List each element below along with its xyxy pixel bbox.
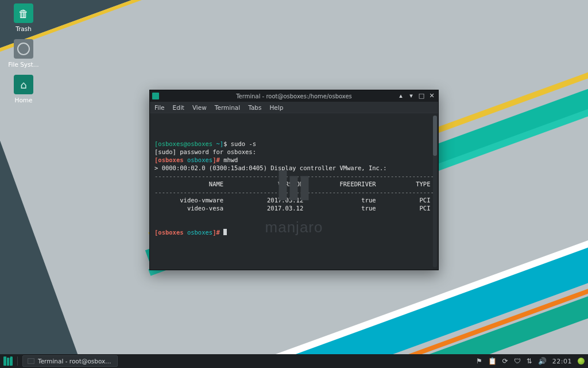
th-freedriver: FREEDRIVER [339,181,376,187]
desktop-icon-label: Home [6,97,41,103]
terminal-scrollbar[interactable] [433,116,437,267]
start-menu-button[interactable] [3,356,13,366]
th-name: NAME [209,181,223,187]
taskbar: Terminal - root@osboxes:... ⚑ 📋 ⟳ 🛡 ⇅ 🔊 … [0,354,588,368]
window-titlebar[interactable]: Terminal - root@osboxes:/home/osboxes ▴ … [150,90,438,102]
manjaro-logo-text: manjaro [265,223,323,231]
terminal-app-icon [152,93,159,99]
prompt-user: [osboxes@osboxes [154,140,212,147]
menu-view[interactable]: View [192,104,207,111]
taskbar-task-label: Terminal - root@osboxes:... [38,358,113,365]
desktop-icon-label: File Syst... [6,61,41,68]
desktop-icons: 🗑 Trash File Syst... ⌂ Home [6,3,46,110]
terminal-output-line: > 0000:00:02.0 (0300:15ad:0405) Display … [154,164,387,171]
prompt-symbol: $ [223,140,231,147]
table-header-row: NAME VERSION FREEDRIVER TYPE [154,181,431,187]
table-divider: ----------------------------------------… [154,172,438,179]
prompt-path: ~] [212,140,223,147]
window-buttons: ▴ ▾ □ ✕ [397,92,436,100]
td-name: video-vmware [180,197,223,204]
terminal-viewport[interactable]: manjaro [osboxes@osboxes ~]$ sudo -s [su… [150,113,438,270]
window-maximize-button[interactable]: □ [417,92,425,100]
window-btn-up[interactable]: ▴ [397,92,405,100]
tray-volume-icon[interactable]: 🔊 [538,357,547,365]
td-version: 2017.03.12 [267,205,303,212]
desktop-icon-filesystem[interactable]: File Syst... [6,39,41,68]
desktop-icon-home[interactable]: ⌂ Home [6,75,41,103]
desktop-icon-label: Trash [6,25,41,32]
prompt-symbol: ]# [212,156,223,163]
menu-file[interactable]: File [154,104,165,111]
table-divider: ----------------------------------------… [154,189,438,195]
desktop-icon-trash[interactable]: 🗑 Trash [6,3,41,32]
td-version: 2017.03.12 [267,197,303,204]
tray-clipboard-icon[interactable]: 📋 [488,357,497,365]
tray-session-button[interactable] [578,358,585,365]
menu-edit[interactable]: Edit [173,104,184,111]
terminal-cursor [223,229,227,235]
prompt-host: osboxes [187,229,212,236]
tray-flag-icon[interactable]: ⚑ [476,357,482,365]
td-freedriver: true [361,205,376,212]
td-type: PCI [420,205,431,212]
home-icon: ⌂ [14,75,33,94]
th-version: VERSION [278,181,303,187]
taskbar-task-terminal[interactable]: Terminal - root@osboxes:... [22,355,118,367]
terminal-command: mhwd [223,156,238,163]
window-title: Terminal - root@osboxes:/home/osboxes [236,93,352,99]
separator [17,356,18,366]
table-row: video-vmware 2017.03.12 true PCI [154,197,430,204]
scrollbar-thumb[interactable] [433,116,437,156]
prompt-symbol: ]# [212,229,223,236]
menu-bar: File Edit View Terminal Tabs Help [150,102,438,113]
window-close-button[interactable]: ✕ [428,92,436,100]
prompt-host: osboxes [187,156,212,163]
terminal-command: sudo -s [231,140,256,147]
tray-network-icon[interactable]: ⇅ [527,357,532,365]
td-name: video-vesa [187,205,223,212]
menu-terminal[interactable]: Terminal [215,104,240,111]
trash-icon: 🗑 [14,3,33,23]
terminal-output-line: [sudo] password for osboxes: [154,148,256,155]
prompt-user-root: [osboxes [154,156,187,163]
window-btn-down[interactable]: ▾ [407,92,415,100]
menu-help[interactable]: Help [269,104,283,111]
system-tray: ⚑ 📋 ⟳ 🛡 ⇅ 🔊 22:01 [476,357,585,365]
disk-icon [14,39,33,59]
td-type: PCI [420,197,431,204]
tray-update-icon[interactable]: ⟳ [502,357,508,365]
prompt-user-root: [osboxes [154,229,187,236]
table-row: video-vesa 2017.03.12 true PCI [154,205,430,212]
window-thumbnail-icon [28,358,34,364]
menu-tabs[interactable]: Tabs [248,104,261,111]
td-freedriver: true [361,197,376,204]
tray-clock[interactable]: 22:01 [552,358,572,365]
terminal-window: Terminal - root@osboxes:/home/osboxes ▴ … [149,90,439,270]
tray-shield-icon[interactable]: 🛡 [514,357,521,365]
th-type: TYPE [416,181,430,187]
